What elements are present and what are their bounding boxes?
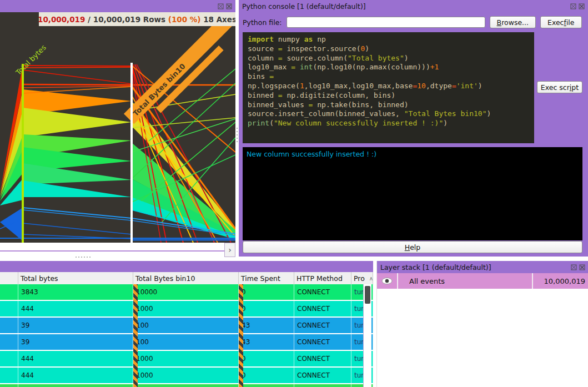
restore-icon[interactable] xyxy=(571,264,577,270)
table-cell: 444 xyxy=(18,368,133,383)
code-line: bins = xyxy=(248,72,534,82)
help-button[interactable]: Help xyxy=(243,241,582,253)
table-row[interactable]: 44410000CONNECTtun xyxy=(0,351,373,366)
table-cell: 3843 xyxy=(18,284,133,300)
table-cell: 1000 xyxy=(133,351,239,366)
layer-row-count: 10,000,019 xyxy=(533,273,588,289)
pcp-titlebar[interactable] xyxy=(0,0,235,12)
code-line: print("New column successfully inserted … xyxy=(248,119,534,128)
table-cell xyxy=(0,318,18,333)
table-cell xyxy=(0,334,18,350)
sort-ascending-icon: ∧ xyxy=(369,275,373,282)
code-line: import numpy as np xyxy=(248,35,534,44)
table-cell xyxy=(0,384,18,387)
code-line: source.insert_column(binned_values, "Tot… xyxy=(248,109,534,119)
table-cell xyxy=(239,384,294,387)
axis-label-total-bytes: Total bytes xyxy=(14,43,48,77)
table-body: 3843100000CONNECTtun44410000CONNECTtun39… xyxy=(0,284,373,387)
restore-icon[interactable] xyxy=(218,3,224,9)
layer-visibility-toggle[interactable] xyxy=(377,273,398,289)
column-header-Pro[interactable]: Pro∧ xyxy=(351,272,373,284)
table-cell xyxy=(18,384,133,387)
table-cell: 43 xyxy=(239,318,294,333)
table-cell: CONNECT xyxy=(294,284,351,300)
pcp-horizontal-scrollbar[interactable]: › xyxy=(0,243,235,261)
exec-script-button[interactable]: Exec script xyxy=(537,81,582,93)
table-cell: CONNECT xyxy=(294,368,351,383)
layer-stack-title: Layer stack [1 (default/default)] xyxy=(380,263,571,272)
python-console-title: Python console [1 (default/default)] xyxy=(242,2,570,11)
layer-stack-panel: Layer stack [1 (default/default)] All ev… xyxy=(376,261,588,387)
rows-selected: 10,000,019 xyxy=(38,15,85,24)
code-line: binned_values = np.take(bins, binned) xyxy=(248,100,534,110)
python-code-editor[interactable]: import numpy as npsource = inspector.sou… xyxy=(243,32,534,143)
restore-icon[interactable] xyxy=(570,3,576,9)
table-cell xyxy=(0,368,18,383)
table-row[interactable]: 44410000CONNECTtun xyxy=(0,301,373,316)
table-cell: 43 xyxy=(239,334,294,350)
table-cell: 0 xyxy=(239,351,294,366)
code-line: log10_max = int(np.log10(np.amax(column)… xyxy=(248,63,534,72)
table-cell xyxy=(0,301,18,316)
pcp-plot-svg: Total Bytes bin10Total bytes xyxy=(0,12,235,243)
browse-button[interactable]: Browse... xyxy=(490,16,536,28)
axes-count: 18 Axes xyxy=(200,15,235,24)
code-line: binned = np.digitize(column, bins) xyxy=(248,91,534,100)
table-cell: 444 xyxy=(18,351,133,366)
table-cell: CONNECT xyxy=(294,351,351,366)
scroll-right-button[interactable]: › xyxy=(224,243,235,257)
table-cell: 0 xyxy=(239,284,294,300)
table-row[interactable]: 3910043CONNECTtun xyxy=(0,318,373,333)
exec-file-button[interactable]: Exec file xyxy=(540,16,582,28)
python-output-console: New column successfully inserted ! :) xyxy=(243,147,582,240)
splitter-handle-horizontal[interactable] xyxy=(76,257,91,258)
code-line: column = source.column("Total bytes") xyxy=(248,54,534,63)
table-cell: 0 xyxy=(239,301,294,316)
table-cell xyxy=(294,384,351,387)
python-console-titlebar[interactable]: Python console [1 (default/default)] xyxy=(239,0,588,12)
column-header-row-index[interactable] xyxy=(0,272,18,284)
table-cell: 1000 xyxy=(133,301,239,316)
column-highlight-stripe xyxy=(133,284,138,387)
table-cell xyxy=(0,351,18,366)
table-row[interactable] xyxy=(0,384,373,387)
close-icon[interactable] xyxy=(226,3,232,9)
table-row[interactable]: 44410000CONNECTtun xyxy=(0,368,373,383)
table-cell: CONNECT xyxy=(294,318,351,333)
eye-icon xyxy=(381,277,393,285)
column-header-Time Spent[interactable]: Time Spent xyxy=(239,272,294,284)
table-row[interactable]: 3910043CONNECTtun xyxy=(0,334,373,350)
python-file-input[interactable] xyxy=(287,17,485,28)
table-cell: 100 xyxy=(133,318,239,333)
code-line: np.logspace(1,log10_max,log10_max,base=1… xyxy=(248,82,534,91)
splitter-handle-vertical[interactable] xyxy=(237,128,238,142)
column-header-HTTP Method[interactable]: HTTP Method xyxy=(294,272,351,284)
column-highlight-stripe xyxy=(239,284,243,387)
table-cell xyxy=(0,284,18,300)
pcp-scroll-track[interactable] xyxy=(0,250,224,252)
table-row[interactable]: 3843100000CONNECTtun xyxy=(0,284,373,300)
chevron-right-icon: › xyxy=(228,245,232,254)
event-table-panel: Total bytesTotal Bytes bin10Time SpentHT… xyxy=(0,261,373,387)
layer-stack-titlebar[interactable]: Layer stack [1 (default/default)] xyxy=(377,261,588,273)
table-titlebar[interactable] xyxy=(0,261,373,272)
close-icon[interactable] xyxy=(579,264,585,270)
column-header-Total Bytes bin10[interactable]: Total Bytes bin10 xyxy=(133,272,239,284)
table-cell: 444 xyxy=(18,301,133,316)
table-cell: 10000 xyxy=(133,284,239,300)
layer-name: All events xyxy=(398,273,533,289)
table-cell: 39 xyxy=(18,318,133,333)
table-cell: 1000 xyxy=(133,368,239,383)
python-console-panel: Python console [1 (default/default)] Pyt… xyxy=(239,0,588,257)
python-file-label: Python file: xyxy=(243,18,282,27)
table-cell xyxy=(133,384,239,387)
table-vertical-scrollbar[interactable] xyxy=(363,284,371,387)
layer-row-all-events[interactable]: All events 10,000,019 xyxy=(377,273,588,289)
table-cell: 39 xyxy=(18,334,133,350)
parallel-coordinates-canvas[interactable]: Total Bytes bin10Total bytes xyxy=(0,12,235,243)
table-cell: CONNECT xyxy=(294,334,351,350)
table-header-row: Total bytesTotal Bytes bin10Time SpentHT… xyxy=(0,272,373,284)
close-icon[interactable] xyxy=(579,3,585,9)
scrollbar-thumb[interactable] xyxy=(365,286,370,304)
column-header-Total bytes[interactable]: Total bytes xyxy=(18,272,133,284)
